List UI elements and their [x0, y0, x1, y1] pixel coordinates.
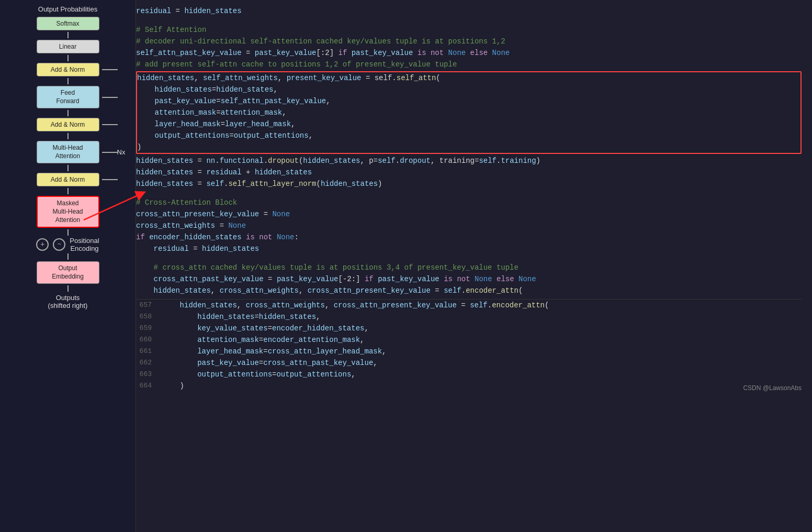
code-line-664: 664 )	[136, 380, 802, 392]
line-content: )	[137, 141, 800, 153]
code-line: hidden_states, self_attn_weights, presen…	[137, 72, 800, 84]
line-content: hidden_states = residual + hidden_states	[136, 167, 802, 178]
diagram-panel: Output Probabilities Softmax Linear Add …	[0, 0, 136, 532]
code-line-663: 663 output_attentions=output_attentions,	[136, 369, 802, 380]
linear-box: Linear	[37, 40, 99, 53]
line-content: cross_attn_weights = None	[136, 220, 802, 231]
line-content: output_attentions=output_attentions,	[137, 130, 800, 141]
line-content: past_key_value=cross_attn_past_key_value…	[162, 357, 802, 369]
outputs-label: Outputs(shifted right)	[48, 294, 88, 309]
diagram-wrapper: Softmax Linear Add & Norm FeedForward Ad	[13, 15, 123, 309]
code-line-662: 662 past_key_value=cross_attn_past_key_v…	[136, 357, 802, 369]
numbered-code-section: 657 hidden_states, cross_attn_weights, c…	[136, 299, 802, 392]
symbols-row: + ~ PositionalEncoding	[36, 237, 99, 252]
line-content: # cross_attn cached key/values tuple is …	[136, 262, 802, 273]
line-number: 657	[136, 300, 162, 311]
code-line: # Cross-Attention Block	[136, 197, 802, 208]
line-content: cross_attn_present_key_value = None	[136, 208, 802, 220]
line-number: 661	[136, 346, 162, 357]
line-content: # decoder uni-directional self-attention…	[136, 36, 802, 47]
plus-circle: +	[36, 238, 49, 251]
line-content: if encoder_hidden_states is not None:	[136, 231, 802, 243]
line-content: past_key_value=self_attn_past_key_value,	[137, 95, 800, 107]
add-norm-3-box: Add & Norm	[37, 63, 99, 76]
line-content: attention_mask=encoder_attention_mask,	[162, 334, 802, 346]
line-content: self_attn_past_key_value = past_key_valu…	[136, 47, 802, 59]
line-content: # Cross-Attention Block	[136, 197, 802, 208]
positional-encoding-label: PositionalEncoding	[70, 237, 99, 252]
line-content: # Self Attention	[136, 24, 802, 36]
code-line: output_attentions=output_attentions,	[137, 130, 800, 141]
code-line: # add present self-attn cache to positio…	[136, 59, 802, 70]
code-line: residual = hidden_states	[136, 5, 802, 17]
line-number: 663	[136, 369, 162, 380]
line-number: 660	[136, 334, 162, 346]
add-norm-2-box: Add & Norm	[37, 118, 99, 131]
line-number: 664	[136, 380, 162, 392]
code-line: hidden_states=hidden_states,	[137, 84, 800, 95]
line-content: output_attentions=output_attentions,	[162, 369, 802, 380]
output-embedding-box: OutputEmbedding	[37, 261, 99, 284]
line-content: )	[162, 380, 802, 392]
line-number: 662	[136, 357, 162, 369]
code-line-657: 657 hidden_states, cross_attn_weights, c…	[136, 300, 802, 311]
code-line: # decoder uni-directional self-attention…	[136, 36, 802, 47]
code-line: hidden_states = residual + hidden_states	[136, 167, 802, 178]
add-norm-1-box: Add & Norm	[37, 173, 99, 186]
highlighted-code-block: hidden_states, self_attn_weights, presen…	[136, 71, 802, 154]
code-line: attention_mask=attention_mask,	[137, 107, 800, 118]
code-line: )	[137, 141, 800, 153]
code-line: hidden_states, cross_attn_weights, cross…	[136, 285, 802, 296]
line-content: layer_head_mask=layer_head_mask,	[137, 118, 800, 130]
line-number: 658	[136, 311, 162, 323]
code-line: self_attn_past_key_value = past_key_valu…	[136, 47, 802, 59]
code-line: # Self Attention	[136, 24, 802, 36]
softmax-box: Softmax	[37, 17, 99, 30]
line-content: attention_mask=attention_mask,	[137, 107, 800, 118]
line-content: hidden_states, cross_attn_weights, cross…	[136, 285, 802, 296]
feed-forward-box: FeedForward	[37, 86, 99, 108]
line-content: residual = hidden_states	[136, 243, 802, 254]
code-line: layer_head_mask=layer_head_mask,	[137, 118, 800, 130]
code-line: residual = hidden_states	[136, 243, 802, 254]
line-content: hidden_states=hidden_states,	[162, 311, 802, 323]
line-number: 659	[136, 323, 162, 334]
output-probabilities-label: Output Probabilities	[38, 5, 97, 13]
code-line: cross_attn_weights = None	[136, 220, 802, 231]
multi-head-attn-box: Multi-HeadAttention	[37, 141, 99, 163]
line-content: cross_attn_past_key_value = past_key_val…	[136, 273, 802, 285]
line-content: residual = hidden_states	[136, 5, 802, 17]
code-line: cross_attn_present_key_value = None	[136, 208, 802, 220]
code-line: hidden_states = self.self_attn_layer_nor…	[136, 178, 802, 190]
code-editor[interactable]: residual = hidden_states # Self Attentio…	[136, 0, 812, 532]
line-content: hidden_states, self_attn_weights, presen…	[137, 72, 800, 84]
watermark-text: CSDN @LawsonAbs	[743, 384, 802, 392]
line-content: layer_head_mask=cross_attn_layer_head_ma…	[162, 346, 802, 357]
code-line-659: 659 key_value_states=encoder_hidden_stat…	[136, 323, 802, 334]
code-line-658: 658 hidden_states=hidden_states,	[136, 311, 802, 323]
code-area: residual = hidden_states # Self Attentio…	[136, 0, 812, 397]
line-content: # add present self-attn cache to positio…	[136, 59, 802, 70]
line-content: key_value_states=encoder_hidden_states,	[162, 323, 802, 334]
code-line: cross_attn_past_key_value = past_key_val…	[136, 273, 802, 285]
code-line-660: 660 attention_mask=encoder_attention_mas…	[136, 334, 802, 346]
wave-circle: ~	[53, 238, 65, 251]
line-content: hidden_states, cross_attn_weights, cross…	[162, 300, 802, 311]
code-line: past_key_value=self_attn_past_key_value,	[137, 95, 800, 107]
code-line: if encoder_hidden_states is not None:	[136, 231, 802, 243]
masked-mha-box: MaskedMulti-HeadAttention	[37, 196, 99, 228]
code-line: # cross_attn cached key/values tuple is …	[136, 262, 802, 273]
line-content: hidden_states = self.self_attn_layer_nor…	[136, 178, 802, 190]
code-line: hidden_states = nn.functional.dropout(hi…	[136, 155, 802, 167]
line-content: hidden_states=hidden_states,	[137, 84, 800, 95]
code-line-661: 661 layer_head_mask=cross_attn_layer_hea…	[136, 346, 802, 357]
line-content: hidden_states = nn.functional.dropout(hi…	[136, 155, 802, 167]
